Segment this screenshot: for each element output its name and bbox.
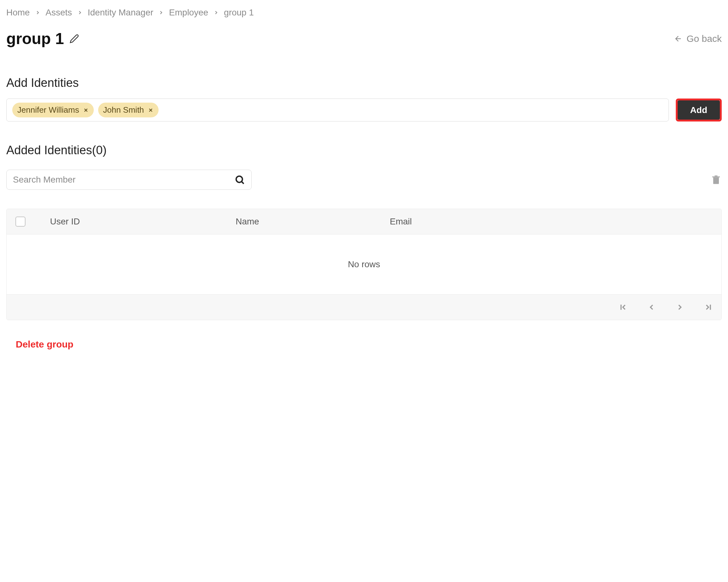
table-pagination xyxy=(7,294,721,320)
table-header-userid: User ID xyxy=(50,217,236,227)
identities-tag-input[interactable]: Jennifer Williams John Smith xyxy=(6,99,669,122)
identities-table: User ID Name Email No rows xyxy=(6,209,722,320)
no-rows-label: No rows xyxy=(348,259,380,270)
table-header-checkbox-cell xyxy=(16,217,50,227)
search-input[interactable] xyxy=(13,175,231,185)
breadcrumb-item-current: group 1 xyxy=(224,7,254,18)
chevron-right-icon xyxy=(158,10,164,16)
breadcrumb-item-identity-manager[interactable]: Identity Manager xyxy=(88,7,154,18)
next-page-icon[interactable] xyxy=(675,303,684,312)
last-page-icon[interactable] xyxy=(704,303,712,312)
identity-tag: Jennifer Williams xyxy=(12,103,94,118)
close-icon[interactable] xyxy=(83,107,89,113)
select-all-checkbox[interactable] xyxy=(16,217,25,227)
search-member-box[interactable] xyxy=(6,170,252,190)
trash-icon[interactable] xyxy=(710,174,722,185)
add-identities-row: Jennifer Williams John Smith Add xyxy=(6,99,722,122)
arrow-left-icon xyxy=(674,34,683,43)
add-identities-heading: Add Identities xyxy=(6,76,722,90)
table-header-email: Email xyxy=(390,217,712,227)
first-page-icon[interactable] xyxy=(619,303,628,312)
table-header: User ID Name Email xyxy=(7,209,721,234)
breadcrumb-item-employee[interactable]: Employee xyxy=(169,7,208,18)
go-back-label: Go back xyxy=(686,33,722,44)
added-identities-heading: Added Identities(0) xyxy=(6,144,722,157)
title-row: group 1 Go back xyxy=(6,30,722,48)
title-left: group 1 xyxy=(6,30,79,48)
chevron-right-icon xyxy=(77,10,83,16)
search-icon[interactable] xyxy=(234,174,245,185)
breadcrumb-item-home[interactable]: Home xyxy=(6,7,30,18)
identity-tag-label: Jennifer Williams xyxy=(17,105,79,115)
svg-line-6 xyxy=(242,182,244,184)
page-title: group 1 xyxy=(6,30,64,48)
breadcrumb: Home Assets Identity Manager Employee gr… xyxy=(6,7,722,18)
svg-point-5 xyxy=(236,176,242,182)
table-header-name: Name xyxy=(236,217,390,227)
identity-tag-label: John Smith xyxy=(103,105,144,115)
breadcrumb-item-assets[interactable]: Assets xyxy=(46,7,72,18)
delete-group-button[interactable]: Delete group xyxy=(16,339,722,350)
add-button[interactable]: Add xyxy=(678,100,720,120)
chevron-right-icon xyxy=(213,10,219,16)
search-row xyxy=(6,170,722,190)
close-icon[interactable] xyxy=(148,107,154,113)
chevron-right-icon xyxy=(35,10,41,16)
pencil-icon[interactable] xyxy=(70,34,79,44)
table-body-empty: No rows xyxy=(7,234,721,294)
identity-tag: John Smith xyxy=(98,103,159,118)
add-button-highlight: Add xyxy=(676,99,722,122)
go-back-button[interactable]: Go back xyxy=(674,33,722,44)
prev-page-icon[interactable] xyxy=(647,303,656,312)
